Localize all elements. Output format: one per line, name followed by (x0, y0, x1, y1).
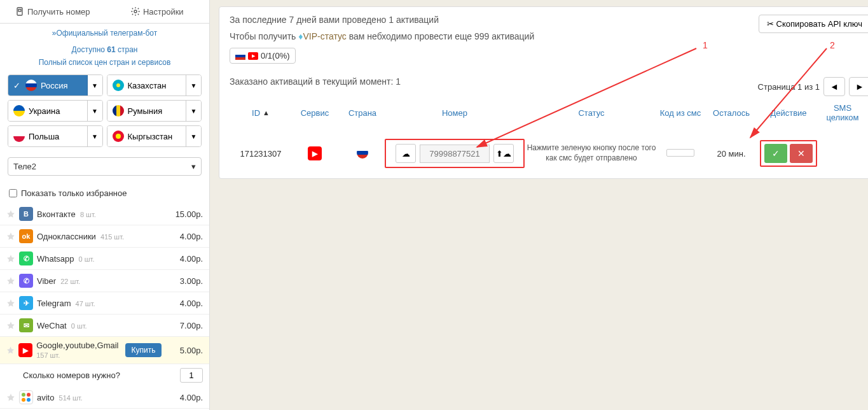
quantity-input[interactable] (180, 368, 203, 383)
col-action: Действие (760, 108, 817, 118)
country-button-group: Россия▼ (8, 74, 103, 96)
cell-service: ▶ (289, 146, 340, 160)
buy-button[interactable]: Купить (125, 343, 162, 357)
star-icon[interactable] (6, 209, 15, 218)
service-price: 4.00р. (167, 299, 203, 308)
flag-ru-icon (357, 147, 368, 159)
phone-number-field[interactable] (420, 145, 490, 163)
tab-settings[interactable]: Настройки (105, 0, 210, 23)
service-count: 514 шт. (57, 394, 82, 402)
country-ua-button[interactable]: Украина (8, 101, 87, 121)
col-code: Код из смс (658, 108, 703, 118)
country-button-group: Украина▼ (8, 100, 103, 122)
activation-counter[interactable]: ▶ 0/1(0%) (230, 48, 296, 64)
service-name: Viber 22 шт. (37, 276, 163, 286)
operator-select[interactable]: Теле2 ▾ (8, 157, 202, 176)
table-header: ID ▲ Сервис Страна Номер Статус Код из с… (230, 97, 868, 129)
service-av-icon (19, 390, 33, 404)
service-row[interactable]: ✆ Whatsapp 0 шт. 4.00р. (0, 248, 209, 270)
cell-id: 171231307 (232, 149, 289, 159)
service-price: 7.00р. (167, 321, 203, 330)
service-wa-icon: ✆ (19, 251, 33, 265)
favorites-only-label: Показать только избранное (21, 188, 127, 198)
confirm-button[interactable]: ✓ (764, 144, 787, 163)
service-row[interactable]: ok Одноклассники 415 шт. 4.00р. (0, 225, 209, 248)
service-count: 0 шт. (77, 255, 95, 263)
price-list-link[interactable]: Полный список цен стран и сервисов (0, 57, 209, 72)
star-icon[interactable] (6, 276, 15, 285)
cell-code (658, 149, 703, 159)
star-icon[interactable] (6, 254, 15, 263)
service-price: 4.00р. (167, 254, 203, 264)
star-icon[interactable] (6, 393, 15, 402)
country-ru-button[interactable]: Россия (8, 75, 87, 95)
flag-ru-icon (25, 80, 37, 91)
service-price: 4.00р. (167, 393, 203, 402)
sim-icon (15, 6, 25, 17)
service-row[interactable]: ✉ WeChat 0 шт. 7.00р. (0, 315, 209, 337)
service-name: Google,youtube,Gmail 157 шт. (36, 341, 121, 360)
country-pl-button[interactable]: Польша (8, 126, 87, 146)
col-status: Статус (525, 108, 658, 118)
cancel-button[interactable]: ✕ (790, 144, 813, 163)
col-id[interactable]: ID ▲ (232, 108, 289, 118)
service-count: 47 шт. (73, 300, 95, 308)
annotation-label-2: 2 (830, 40, 835, 50)
country-kg-button[interactable]: Кыргызстан (107, 126, 186, 146)
telegram-bot-link[interactable]: »Официальный телеграм-бот (0, 24, 209, 43)
service-vk-icon: B (19, 207, 33, 221)
service-name: WeChat 0 шт. (37, 321, 163, 330)
favorites-only-checkbox[interactable]: Показать только избранное (0, 183, 209, 203)
cell-country (340, 147, 385, 160)
service-yt-icon: ▶ (18, 343, 32, 357)
service-row[interactable]: ✆ Viber 22 шт. 3.00р. (0, 270, 209, 292)
activations-panel: ✂ Скопировать API ключ За последние 7 дн… (219, 6, 868, 179)
page-prev-button[interactable]: ◄ (823, 77, 845, 96)
youtube-icon: ▶ (248, 52, 258, 60)
sort-asc-icon: ▲ (263, 109, 270, 117)
country-ua-dropdown[interactable]: ▼ (87, 101, 102, 121)
service-row[interactable]: ▶ Google,youtube,Gmail 157 шт. Купить 5.… (0, 337, 209, 364)
country-kz-dropdown[interactable]: ▼ (186, 75, 201, 95)
service-row[interactable]: B Вконтакте 8 шт. 15.00р. (0, 203, 209, 225)
country-kz-button[interactable]: Казахстан (107, 75, 186, 95)
service-count: 157 шт. (36, 351, 60, 359)
page-next-button[interactable]: ► (849, 77, 868, 96)
youtube-icon: ▶ (308, 146, 322, 160)
favorites-only-input[interactable] (9, 189, 17, 197)
sidebar: Получить номер Настройки »Официальный те… (0, 0, 210, 410)
star-icon[interactable] (6, 346, 15, 355)
flag-ru-icon (235, 52, 245, 60)
col-sms: SMS целиком (817, 103, 868, 122)
gear-icon (130, 6, 141, 17)
service-count: 0 шт. (69, 322, 87, 330)
tab-get-number[interactable]: Получить номер (0, 0, 105, 23)
service-price: 15.00р. (167, 209, 203, 219)
country-ro-button[interactable]: Румыния (107, 101, 186, 121)
tab-settings-label: Настройки (143, 7, 184, 17)
copy-icon: ✂ (767, 19, 774, 29)
col-country: Страна (340, 108, 385, 118)
star-icon[interactable] (6, 321, 15, 330)
flag-pl-icon (13, 131, 25, 142)
country-ro-dropdown[interactable]: ▼ (186, 101, 201, 121)
country-button-group: Кыргызстан▼ (107, 125, 202, 147)
country-pl-dropdown[interactable]: ▼ (87, 126, 102, 146)
copy-api-key-button[interactable]: ✂ Скопировать API ключ (759, 15, 868, 33)
service-price: 3.00р. (167, 276, 203, 286)
country-grid: Россия▼Казахстан▼Украина▼Румыния▼Польша▼… (0, 72, 209, 150)
cloud-icon-button[interactable]: ☁ (396, 144, 416, 163)
country-button-group: Румыния▼ (107, 100, 202, 122)
quantity-label: Сколько номеров нужно? (6, 371, 175, 380)
star-icon[interactable] (6, 232, 15, 241)
country-ru-dropdown[interactable]: ▼ (87, 75, 102, 95)
service-row[interactable]: ✈ Telegram 47 шт. 4.00р. (0, 292, 209, 315)
service-row[interactable]: avito 514 шт. 4.00р. (0, 386, 209, 409)
cloud-upload-button[interactable]: ⬆☁ (493, 144, 514, 163)
col-left: Осталось (703, 108, 760, 118)
service-name: Вконтакте 8 шт. (37, 209, 163, 219)
activations-table: ID ▲ Сервис Страна Номер Статус Код из с… (230, 97, 868, 178)
country-kg-dropdown[interactable]: ▼ (186, 126, 201, 146)
cell-action: ✓ ✕ (760, 140, 817, 167)
star-icon[interactable] (6, 299, 15, 308)
